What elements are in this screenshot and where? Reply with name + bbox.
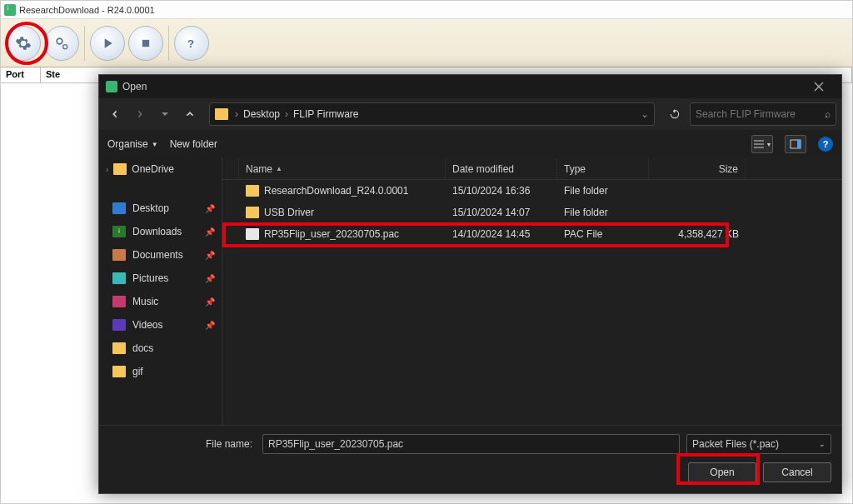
stop-icon xyxy=(137,35,154,52)
file-list: Name▲ Date modified Type Size ResearchDo… xyxy=(222,158,841,425)
arrow-up-icon xyxy=(184,108,196,120)
sidebar-item-pictures[interactable]: Pictures📌 xyxy=(99,267,222,290)
chevron-right-icon: › xyxy=(235,108,238,120)
search-input[interactable] xyxy=(696,108,821,120)
sidebar-item-gif[interactable]: gif xyxy=(99,360,222,383)
search-box[interactable]: ⌕ xyxy=(690,102,836,126)
chevron-down-icon: ▼ xyxy=(152,141,158,148)
sidebar-item-desktop[interactable]: Desktop📌 xyxy=(99,197,222,220)
col-port[interactable]: Port xyxy=(1,67,41,82)
pictures-icon xyxy=(112,272,126,284)
documents-icon xyxy=(112,249,126,261)
folder-icon xyxy=(246,207,259,218)
question-icon: ? xyxy=(183,35,200,52)
svg-point-0 xyxy=(57,38,62,44)
chevron-right-icon: › xyxy=(285,108,288,120)
dialog-navbar: › Desktop › FLIP Firmware ⌄ ⌕ xyxy=(99,98,841,130)
dialog-titlebar[interactable]: Open xyxy=(99,75,841,98)
view-menu-button[interactable]: ▼ xyxy=(751,135,773,153)
file-icon xyxy=(246,228,259,240)
col-header-name[interactable]: Name▲ xyxy=(239,158,446,179)
preview-pane-button[interactable] xyxy=(785,135,806,153)
stop-button[interactable] xyxy=(128,26,163,61)
folder-icon xyxy=(112,342,126,354)
sidebar-item-documents[interactable]: Documents📌 xyxy=(99,243,222,267)
sidebar-item-videos[interactable]: Videos📌 xyxy=(99,313,222,337)
column-headers: Name▲ Date modified Type Size xyxy=(222,158,841,180)
sidebar: › OneDrive Desktop📌 ↓Downloads📌 Document… xyxy=(99,158,222,425)
new-folder-button[interactable]: New folder xyxy=(170,138,217,150)
arrow-right-icon xyxy=(134,108,146,120)
filename-label: File name: xyxy=(109,438,256,450)
desktop-icon xyxy=(112,202,126,214)
sidebar-item-docs[interactable]: docs xyxy=(99,337,222,360)
cancel-button[interactable]: Cancel xyxy=(763,462,831,482)
organise-menu[interactable]: Organise ▼ xyxy=(107,138,158,150)
file-row[interactable]: USB Driver 15/10/2024 14:07 File folder xyxy=(222,202,841,223)
col-header-date[interactable]: Date modified xyxy=(446,158,557,179)
dialog-title: Open xyxy=(122,81,147,92)
close-button[interactable] xyxy=(803,77,835,96)
gears-icon xyxy=(53,35,70,52)
forward-button[interactable] xyxy=(129,103,151,125)
address-bar[interactable]: › Desktop › FLIP Firmware ⌄ xyxy=(209,102,655,126)
pin-icon: 📌 xyxy=(205,297,215,307)
list-icon xyxy=(753,139,765,149)
file-type-filter[interactable]: Packet Files (*.pac) ⌄ xyxy=(686,434,831,454)
gear-icon xyxy=(15,35,32,52)
svg-rect-5 xyxy=(797,140,801,148)
rd-titlebar: ResearchDownload - R24.0.0001 xyxy=(1,1,852,19)
breadcrumb-folder[interactable]: FLIP Firmware xyxy=(292,107,360,122)
sidebar-item-onedrive[interactable]: › OneDrive xyxy=(99,158,222,180)
rd-toolbar: ? xyxy=(1,19,852,67)
dialog-body: › OneDrive Desktop📌 ↓Downloads📌 Document… xyxy=(99,158,841,425)
refresh-button[interactable] xyxy=(663,102,686,126)
chevron-right-icon: › xyxy=(106,165,108,174)
col-header-size[interactable]: Size xyxy=(649,158,746,179)
file-rows: ResearchDownload_R24.0.0001 15/10/2024 1… xyxy=(222,180,841,425)
start-button[interactable] xyxy=(90,26,125,61)
music-icon xyxy=(112,296,126,307)
col-header-type[interactable]: Type xyxy=(557,158,649,179)
back-button[interactable] xyxy=(104,103,126,125)
open-button[interactable]: Open xyxy=(688,462,756,482)
help-button[interactable]: ? xyxy=(818,137,833,152)
close-icon xyxy=(814,82,824,92)
pin-icon: 📌 xyxy=(205,321,215,330)
toolbar-separator xyxy=(84,26,85,61)
dialog-app-icon xyxy=(106,81,117,92)
settings-button[interactable] xyxy=(6,26,41,61)
play-icon xyxy=(99,35,116,52)
preview-icon xyxy=(790,139,801,149)
settings2-button[interactable] xyxy=(44,26,79,61)
search-icon: ⌕ xyxy=(825,108,831,120)
up-button[interactable] xyxy=(179,103,201,125)
pin-icon: 📌 xyxy=(205,274,215,283)
file-row[interactable]: RP35Flip_user_20230705.pac 14/10/2024 14… xyxy=(222,223,841,245)
pin-icon: 📌 xyxy=(205,204,215,213)
recent-dropdown[interactable] xyxy=(154,103,176,125)
chevron-down-icon: ⌄ xyxy=(819,440,826,448)
pin-icon: 📌 xyxy=(205,251,215,260)
dialog-bottom: File name: Packet Files (*.pac) ⌄ Open C… xyxy=(99,425,841,493)
help-button[interactable]: ? xyxy=(174,26,209,61)
downloads-icon: ↓ xyxy=(112,226,126,237)
sidebar-item-downloads[interactable]: ↓Downloads📌 xyxy=(99,220,222,243)
open-dialog: Open › Desktop › FLIP Firmware ⌄ ⌕ Organ… xyxy=(98,74,842,494)
chevron-down-icon xyxy=(161,110,169,118)
folder-icon xyxy=(215,108,228,120)
toolbar-separator xyxy=(168,26,169,61)
svg-rect-2 xyxy=(142,39,149,46)
filename-input[interactable] xyxy=(262,434,680,454)
sidebar-item-music[interactable]: Music📌 xyxy=(99,290,222,313)
arrow-left-icon xyxy=(109,108,121,120)
file-row[interactable]: ResearchDownload_R24.0.0001 15/10/2024 1… xyxy=(222,180,841,202)
chevron-down-icon[interactable]: ⌄ xyxy=(641,108,649,120)
sort-ascending-icon: ▲ xyxy=(276,165,282,172)
breadcrumb-desktop[interactable]: Desktop xyxy=(242,107,282,122)
dialog-toolbar: Organise ▼ New folder ▼ ? xyxy=(99,130,841,158)
app-icon xyxy=(4,4,16,16)
refresh-icon xyxy=(669,108,681,120)
chevron-down-icon: ▼ xyxy=(766,142,772,147)
folder-icon xyxy=(112,366,126,377)
